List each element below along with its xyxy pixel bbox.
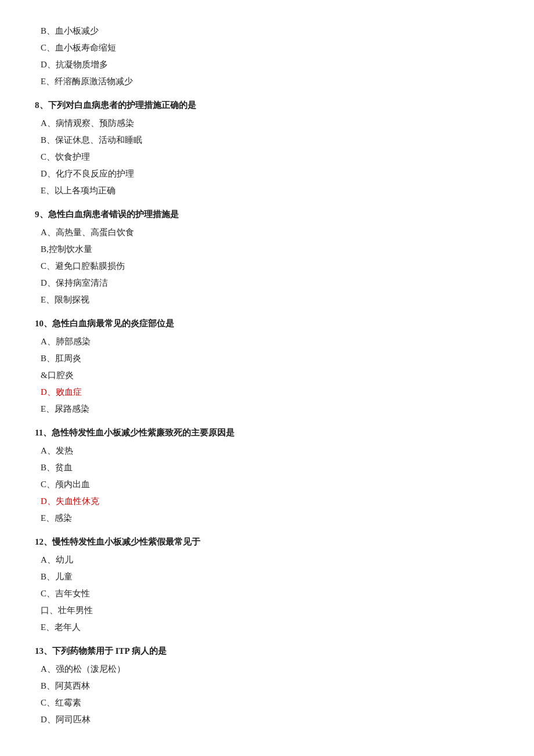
option: D、保持病室清洁 bbox=[41, 275, 499, 291]
option: &口腔炎 bbox=[41, 368, 499, 383]
option: C、颅内出血 bbox=[41, 477, 499, 492]
option: E、纤溶酶原激活物减少 bbox=[41, 74, 499, 89]
question-title: 9、急性白血病患者错误的护理措施是 bbox=[35, 207, 499, 222]
option: E、感染 bbox=[41, 510, 499, 526]
option: C、血小板寿命缩短 bbox=[41, 40, 499, 56]
option: D、阿司匹林 bbox=[41, 712, 499, 728]
option: 口、壮年男性 bbox=[41, 603, 499, 618]
question-title: 13、下列药物禁用于 ITP 病人的是 bbox=[35, 643, 499, 659]
option: B、阿莫西林 bbox=[41, 678, 499, 694]
option: E、限制探视 bbox=[41, 292, 499, 308]
option: D、败血症 bbox=[41, 384, 499, 400]
option: E、尿路感染 bbox=[41, 401, 499, 417]
question-title: 12、慢性特发性血小板减少性紫假最常见于 bbox=[35, 534, 499, 550]
option: A、幼儿 bbox=[41, 552, 499, 568]
option: D、失血性休克 bbox=[41, 494, 499, 509]
option: B、保证休息、活动和睡眠 bbox=[41, 132, 499, 148]
question-title: 11、急性特发性血小板减少性紫廉致死的主要原因是 bbox=[35, 425, 499, 441]
option: C、吉年女性 bbox=[41, 586, 499, 602]
option: A、强的松（泼尼松） bbox=[41, 661, 499, 677]
option: D、抗凝物质增多 bbox=[41, 57, 499, 73]
option: A、发热 bbox=[41, 443, 499, 459]
option: E、以上各项均正确 bbox=[41, 183, 499, 199]
option: B、肛周炎 bbox=[41, 351, 499, 366]
option: B,控制饮水量 bbox=[41, 242, 499, 257]
option: D、化疗不良反应的护理 bbox=[41, 166, 499, 182]
option: A、高热量、高蛋白饮食 bbox=[41, 225, 499, 240]
option: C、红霉素 bbox=[41, 695, 499, 711]
content-container: B、血小板减少C、血小板寿命缩短D、抗凝物质增多E、纤溶酶原激活物减少8、下列对… bbox=[35, 23, 499, 728]
question-title: 10、急性白血病最常见的炎症部位是 bbox=[35, 316, 499, 332]
option: B、血小板减少 bbox=[41, 23, 499, 39]
option: E、老年人 bbox=[41, 620, 499, 635]
option: A、病情观察、预防感染 bbox=[41, 116, 499, 131]
option: B、贫血 bbox=[41, 460, 499, 476]
option: B、儿童 bbox=[41, 569, 499, 585]
option: A、肺部感染 bbox=[41, 334, 499, 350]
question-title: 8、下列对白血病患者的护理措施正确的是 bbox=[35, 98, 499, 113]
option: C、饮食护理 bbox=[41, 149, 499, 165]
option: C、避免口腔黏膜损伤 bbox=[41, 258, 499, 274]
